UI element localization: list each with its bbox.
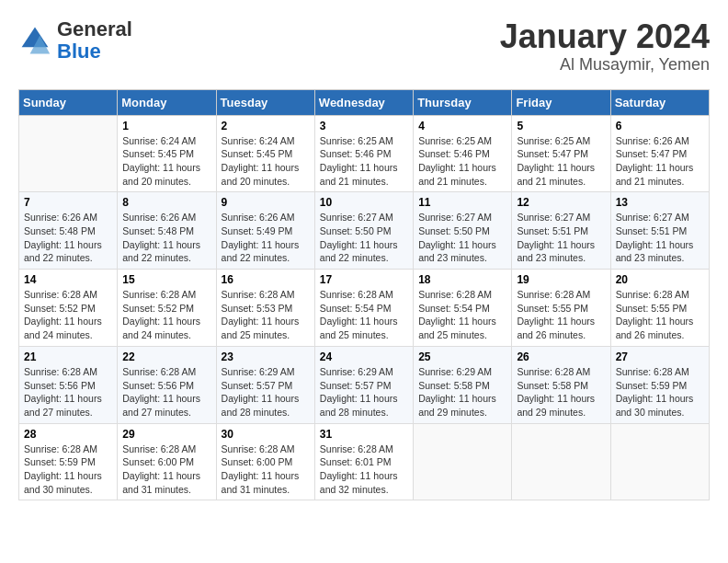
day-number: 17: [320, 273, 408, 286]
day-header-thursday: Thursday: [414, 89, 512, 115]
day-info: Sunrise: 6:26 AM Sunset: 5:48 PM Dayligh…: [24, 211, 112, 265]
calendar-cell: 6Sunrise: 6:26 AM Sunset: 5:47 PM Daylig…: [610, 115, 709, 192]
day-number: 5: [517, 120, 605, 132]
day-number: 16: [222, 273, 310, 286]
day-info: Sunrise: 6:28 AM Sunset: 5:54 PM Dayligh…: [418, 288, 506, 342]
title-block: January 2024 Al Musaymir, Yemen: [500, 18, 710, 75]
calendar-cell: 26Sunrise: 6:28 AM Sunset: 5:58 PM Dayli…: [512, 346, 610, 423]
day-info: Sunrise: 6:29 AM Sunset: 5:58 PM Dayligh…: [418, 365, 506, 419]
day-info: Sunrise: 6:25 AM Sunset: 5:46 PM Dayligh…: [320, 134, 408, 189]
calendar-cell: 16Sunrise: 6:28 AM Sunset: 5:53 PM Dayli…: [216, 270, 314, 347]
day-info: Sunrise: 6:26 AM Sunset: 5:47 PM Dayligh…: [616, 134, 704, 189]
calendar-cell: [610, 423, 709, 500]
calendar-cell: 7Sunrise: 6:26 AM Sunset: 5:48 PM Daylig…: [19, 192, 118, 270]
calendar-cell: 25Sunrise: 6:29 AM Sunset: 5:58 PM Dayli…: [414, 346, 512, 423]
calendar-cell: [19, 115, 118, 192]
day-info: Sunrise: 6:28 AM Sunset: 5:52 PM Dayligh…: [122, 288, 210, 342]
day-info: Sunrise: 6:26 AM Sunset: 5:48 PM Dayligh…: [122, 211, 210, 265]
day-number: 18: [418, 273, 506, 286]
calendar-cell: 2Sunrise: 6:24 AM Sunset: 5:45 PM Daylig…: [216, 115, 314, 192]
day-number: 3: [320, 120, 408, 132]
day-header-monday: Monday: [118, 89, 216, 115]
calendar-cell: 21Sunrise: 6:28 AM Sunset: 5:56 PM Dayli…: [19, 346, 118, 423]
calendar-cell: 31Sunrise: 6:28 AM Sunset: 6:01 PM Dayli…: [314, 423, 413, 500]
day-info: Sunrise: 6:28 AM Sunset: 5:54 PM Dayligh…: [320, 288, 408, 342]
calendar-week-2: 7Sunrise: 6:26 AM Sunset: 5:48 PM Daylig…: [19, 192, 710, 270]
day-info: Sunrise: 6:27 AM Sunset: 5:51 PM Dayligh…: [616, 211, 704, 265]
calendar-cell: 14Sunrise: 6:28 AM Sunset: 5:52 PM Dayli…: [19, 270, 118, 347]
calendar-cell: 23Sunrise: 6:29 AM Sunset: 5:57 PM Dayli…: [216, 346, 314, 423]
day-number: 2: [222, 120, 310, 132]
day-info: Sunrise: 6:28 AM Sunset: 6:01 PM Dayligh…: [320, 442, 408, 497]
day-number: 26: [517, 350, 605, 363]
day-info: Sunrise: 6:27 AM Sunset: 5:50 PM Dayligh…: [320, 211, 408, 265]
day-number: 1: [122, 120, 210, 132]
calendar-cell: 5Sunrise: 6:25 AM Sunset: 5:47 PM Daylig…: [512, 115, 610, 192]
day-info: Sunrise: 6:29 AM Sunset: 5:57 PM Dayligh…: [320, 365, 408, 419]
calendar-cell: 4Sunrise: 6:25 AM Sunset: 5:46 PM Daylig…: [414, 115, 512, 192]
day-number: 4: [418, 120, 506, 132]
day-header-friday: Friday: [512, 89, 610, 115]
logo-blue-text: Blue: [57, 40, 101, 63]
calendar-week-4: 21Sunrise: 6:28 AM Sunset: 5:56 PM Dayli…: [19, 346, 710, 423]
calendar-cell: 19Sunrise: 6:28 AM Sunset: 5:55 PM Dayli…: [512, 270, 610, 347]
calendar-cell: [512, 423, 610, 500]
day-number: 22: [122, 350, 210, 363]
calendar-cell: 20Sunrise: 6:28 AM Sunset: 5:55 PM Dayli…: [610, 270, 709, 347]
day-number: 15: [122, 273, 210, 286]
day-info: Sunrise: 6:28 AM Sunset: 5:59 PM Dayligh…: [24, 442, 112, 497]
calendar-cell: 10Sunrise: 6:27 AM Sunset: 5:50 PM Dayli…: [314, 192, 413, 270]
calendar-table: SundayMondayTuesdayWednesdayThursdayFrid…: [18, 89, 710, 501]
day-number: 19: [517, 273, 605, 286]
calendar-cell: 24Sunrise: 6:29 AM Sunset: 5:57 PM Dayli…: [314, 346, 413, 423]
day-number: 10: [320, 196, 408, 209]
day-info: Sunrise: 6:25 AM Sunset: 5:46 PM Dayligh…: [418, 134, 506, 189]
calendar-cell: 9Sunrise: 6:26 AM Sunset: 5:49 PM Daylig…: [216, 192, 314, 270]
day-number: 13: [616, 196, 704, 209]
calendar-cell: 27Sunrise: 6:28 AM Sunset: 5:59 PM Dayli…: [610, 346, 709, 423]
page-header: General Blue January 2024 Al Musaymir, Y…: [18, 18, 710, 75]
day-number: 6: [616, 120, 704, 132]
day-number: 14: [24, 273, 112, 286]
day-header-wednesday: Wednesday: [314, 89, 413, 115]
day-header-tuesday: Tuesday: [216, 89, 314, 115]
day-info: Sunrise: 6:28 AM Sunset: 5:59 PM Dayligh…: [616, 365, 704, 419]
calendar-week-5: 28Sunrise: 6:28 AM Sunset: 5:59 PM Dayli…: [19, 423, 710, 500]
day-number: 21: [24, 350, 112, 363]
day-header-sunday: Sunday: [19, 89, 118, 115]
day-info: Sunrise: 6:28 AM Sunset: 5:56 PM Dayligh…: [24, 365, 112, 419]
day-number: 24: [320, 350, 408, 363]
calendar-cell: 17Sunrise: 6:28 AM Sunset: 5:54 PM Dayli…: [314, 270, 413, 347]
day-info: Sunrise: 6:28 AM Sunset: 6:00 PM Dayligh…: [122, 442, 210, 497]
day-info: Sunrise: 6:25 AM Sunset: 5:47 PM Dayligh…: [517, 134, 605, 189]
day-number: 30: [222, 428, 310, 441]
day-number: 20: [616, 273, 704, 286]
day-number: 9: [222, 196, 310, 209]
logo: General Blue: [18, 18, 132, 63]
day-number: 8: [122, 196, 210, 209]
day-info: Sunrise: 6:28 AM Sunset: 5:53 PM Dayligh…: [222, 288, 310, 342]
day-number: 11: [418, 196, 506, 209]
calendar-cell: 28Sunrise: 6:28 AM Sunset: 5:59 PM Dayli…: [19, 423, 118, 500]
calendar-cell: 30Sunrise: 6:28 AM Sunset: 6:00 PM Dayli…: [216, 423, 314, 500]
day-info: Sunrise: 6:27 AM Sunset: 5:51 PM Dayligh…: [517, 211, 605, 265]
day-info: Sunrise: 6:28 AM Sunset: 5:55 PM Dayligh…: [517, 288, 605, 342]
calendar-cell: 8Sunrise: 6:26 AM Sunset: 5:48 PM Daylig…: [118, 192, 216, 270]
day-info: Sunrise: 6:24 AM Sunset: 5:45 PM Dayligh…: [122, 134, 210, 189]
calendar-week-3: 14Sunrise: 6:28 AM Sunset: 5:52 PM Dayli…: [19, 270, 710, 347]
day-number: 31: [320, 428, 408, 441]
calendar-subtitle: Al Musaymir, Yemen: [500, 55, 710, 75]
calendar-cell: 29Sunrise: 6:28 AM Sunset: 6:00 PM Dayli…: [118, 423, 216, 500]
day-info: Sunrise: 6:27 AM Sunset: 5:50 PM Dayligh…: [418, 211, 506, 265]
day-number: 28: [24, 428, 112, 441]
calendar-cell: 22Sunrise: 6:28 AM Sunset: 5:56 PM Dayli…: [118, 346, 216, 423]
calendar-cell: 3Sunrise: 6:25 AM Sunset: 5:46 PM Daylig…: [314, 115, 413, 192]
calendar-cell: 11Sunrise: 6:27 AM Sunset: 5:50 PM Dayli…: [414, 192, 512, 270]
calendar-week-1: 1Sunrise: 6:24 AM Sunset: 5:45 PM Daylig…: [19, 115, 710, 192]
day-info: Sunrise: 6:24 AM Sunset: 5:45 PM Dayligh…: [222, 134, 310, 189]
calendar-cell: 13Sunrise: 6:27 AM Sunset: 5:51 PM Dayli…: [610, 192, 709, 270]
calendar-cell: 12Sunrise: 6:27 AM Sunset: 5:51 PM Dayli…: [512, 192, 610, 270]
day-number: 29: [122, 428, 210, 441]
day-info: Sunrise: 6:28 AM Sunset: 5:56 PM Dayligh…: [122, 365, 210, 419]
calendar-cell: 1Sunrise: 6:24 AM Sunset: 5:45 PM Daylig…: [118, 115, 216, 192]
